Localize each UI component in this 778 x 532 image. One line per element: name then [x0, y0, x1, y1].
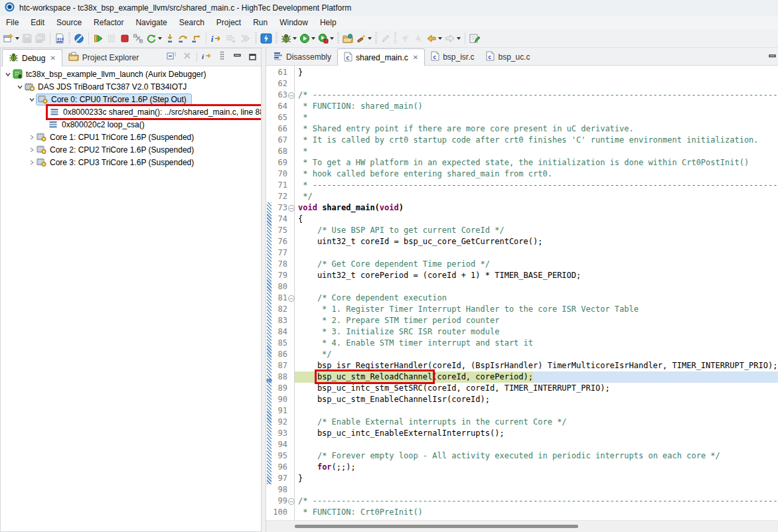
- minimize-view-button[interactable]: [232, 51, 243, 62]
- code-line-95[interactable]: /* Forever empty loop - All activity exe…: [295, 450, 778, 462]
- view-menu-button[interactable]: [216, 51, 228, 62]
- dropdown-caret-icon[interactable]: [15, 37, 19, 40]
- editor-gutter[interactable]: 6162636465666768697071727374757677787980…: [266, 66, 295, 521]
- fold-collapse-icon[interactable]: [288, 498, 295, 505]
- horizontal-scrollbar[interactable]: [266, 520, 778, 532]
- code-line-96[interactable]: for(;;);: [295, 462, 778, 473]
- code-line-99[interactable]: /* -------------------------------------…: [295, 496, 778, 507]
- tab-bsp-isr-c[interactable]: cbsp_isr.c: [425, 48, 480, 65]
- code-line-79[interactable]: uint32_t corePeriod = (coreId + 1) * TIM…: [295, 270, 778, 281]
- dropdown-caret-icon[interactable]: [438, 37, 442, 40]
- code-line-62[interactable]: [295, 78, 778, 90]
- code-line-64[interactable]: * FUNCTION: shared_main(): [295, 101, 778, 112]
- code-line-98[interactable]: [295, 484, 778, 496]
- open-element-button[interactable]: [341, 31, 354, 46]
- collapsed-arrow-icon[interactable]: [27, 133, 36, 141]
- expanded-arrow-icon[interactable]: [3, 70, 12, 78]
- menu-run[interactable]: Run: [247, 17, 273, 29]
- last-edit-location-button[interactable]: [468, 31, 481, 46]
- code-line-67[interactable]: * It is called by crt0 startup code afte…: [295, 135, 778, 146]
- tree-row-2[interactable]: Core 0: CPU0 TriCore 1.6P (Step Out): [27, 93, 192, 105]
- menu-file[interactable]: File: [0, 17, 25, 29]
- collapse-all-button[interactable]: [166, 51, 177, 62]
- disconnect-button[interactable]: [131, 31, 145, 46]
- tab-shared-main-c[interactable]: cshared_main.c✕: [337, 48, 425, 66]
- collapsed-arrow-icon[interactable]: [27, 145, 36, 154]
- menu-navigate[interactable]: Navigate: [129, 17, 173, 29]
- dropdown-caret-icon[interactable]: [293, 37, 297, 40]
- menu-source[interactable]: Source: [50, 17, 88, 29]
- binary-file-button[interactable]: 010: [53, 31, 66, 46]
- fold-collapse-icon[interactable]: [288, 205, 295, 212]
- code-line-86[interactable]: */: [295, 349, 778, 360]
- run-launch-button[interactable]: [298, 31, 317, 46]
- expanded-arrow-icon[interactable]: [27, 95, 36, 103]
- step-return-button[interactable]: [190, 31, 203, 46]
- horizontal-scrollbar-thumb[interactable]: [295, 525, 578, 528]
- expanded-arrow-icon[interactable]: [15, 82, 24, 91]
- remove-terminated-button[interactable]: [181, 51, 193, 62]
- debug-launch-button[interactable]: [279, 31, 298, 46]
- code-line-73[interactable]: void shared_main(void): [295, 202, 778, 214]
- dropdown-caret-icon[interactable]: [158, 37, 162, 40]
- code-line-80[interactable]: [295, 281, 778, 293]
- code-line-72[interactable]: */: [295, 191, 778, 202]
- menu-edit[interactable]: Edit: [25, 17, 50, 29]
- menu-refactor[interactable]: Refactor: [88, 17, 129, 29]
- menu-window[interactable]: Window: [273, 17, 314, 29]
- close-tab-icon[interactable]: ✕: [50, 55, 55, 62]
- step-over-button[interactable]: [177, 31, 190, 46]
- back-history-button[interactable]: [425, 31, 443, 46]
- step-into-button[interactable]: [163, 31, 177, 46]
- menu-search[interactable]: Search: [173, 17, 210, 29]
- code-editor[interactable]: }/* ------------------------------------…: [266, 66, 778, 532]
- code-line-68[interactable]: *: [295, 146, 778, 157]
- code-line-70[interactable]: * hook called before entering shared_mai…: [295, 168, 778, 180]
- coverage-launch-button[interactable]: [317, 31, 335, 46]
- instruction-pointer-button[interactable]: i: [201, 51, 212, 62]
- dropdown-caret-icon[interactable]: [368, 37, 372, 40]
- code-line-92[interactable]: /* Enable External interrupts in the cur…: [295, 417, 778, 428]
- forward-history-button[interactable]: [443, 31, 462, 46]
- code-line-82[interactable]: * 1. Register Timer Interrupt Handler to…: [295, 304, 778, 315]
- fold-collapse-icon[interactable]: [288, 295, 295, 302]
- code-line-89[interactable]: bsp_uc_intc_stm_SetSRC(coreId, coreId, T…: [295, 383, 778, 394]
- close-tab-icon[interactable]: ✕: [413, 54, 418, 61]
- menu-help[interactable]: Help: [314, 17, 343, 29]
- fold-collapse-icon[interactable]: [288, 92, 295, 99]
- code-line-71[interactable]: * --------------------------------------…: [295, 180, 778, 191]
- dropdown-caret-icon[interactable]: [457, 37, 461, 40]
- tree-row-5[interactable]: Core 1: CPU1 TriCore 1.6P (Suspended): [27, 131, 196, 143]
- instruction-stepping-button[interactable]: i: [209, 31, 224, 46]
- code-line-78[interactable]: /* Get Core dependent Time period */: [295, 259, 778, 270]
- code-line-93[interactable]: bsp_uc_intc_EnableExternalInterrupts();: [295, 428, 778, 439]
- tree-row-4[interactable]: 0x800020c2 loop_csa(): [39, 118, 147, 131]
- tab-disassembly[interactable]: Disassembly: [268, 48, 337, 65]
- tree-row-7[interactable]: Core 3: CPU3 TriCore 1.6P (Suspended): [27, 156, 196, 168]
- code-line-69[interactable]: * To get a HW platform in an expected st…: [295, 157, 778, 168]
- code-line-76[interactable]: uint32_t coreId = bsp_uc_core_GetCurrent…: [295, 236, 778, 247]
- code-line-90[interactable]: bsp_uc_stm_EnableChannelIsr(coreId);: [295, 394, 778, 405]
- new-wizard-button[interactable]: [2, 31, 21, 46]
- collapsed-arrow-icon[interactable]: [27, 158, 36, 166]
- code-line-84[interactable]: * 3. Initialize SRC ISR router module: [295, 326, 778, 338]
- search-wand-button[interactable]: [354, 31, 373, 46]
- code-line-87[interactable]: bsp_isr_RegisterHandler(coreId, (BspIsrH…: [295, 360, 778, 371]
- code-line-97[interactable]: }: [295, 473, 778, 484]
- resume-button[interactable]: [92, 31, 105, 46]
- menu-project[interactable]: Project: [210, 17, 247, 29]
- tree-row-3[interactable]: 0x8000233c shared_main(): ../src/shared_…: [39, 105, 261, 118]
- code-line-91[interactable]: [295, 405, 778, 417]
- current-debug-line[interactable]: bsp_uc_stm_ReloadChannel(coreId, corePer…: [295, 371, 778, 383]
- tree-row-1[interactable]: DAS JDS TriBoard TC387 V2.0 TB34IOTJ: [15, 80, 189, 93]
- maximize-view-button[interactable]: [247, 51, 258, 62]
- tab-bsp-uc-c[interactable]: cbsp_uc.c: [480, 48, 536, 65]
- code-line-94[interactable]: [295, 439, 778, 450]
- code-line-74[interactable]: {: [295, 214, 778, 225]
- tree-row-6[interactable]: Core 2: CPU2 TriCore 1.6P (Suspended): [27, 143, 196, 156]
- code-line-81[interactable]: /* Core dependent execution: [295, 293, 778, 304]
- code-line-66[interactable]: * Shared entry point if there are more c…: [295, 123, 778, 135]
- code-line-75[interactable]: /* Use BSP API to get current CoreId */: [295, 225, 778, 236]
- restart-button[interactable]: [145, 31, 163, 46]
- minimize-editor-icon[interactable]: [769, 52, 776, 64]
